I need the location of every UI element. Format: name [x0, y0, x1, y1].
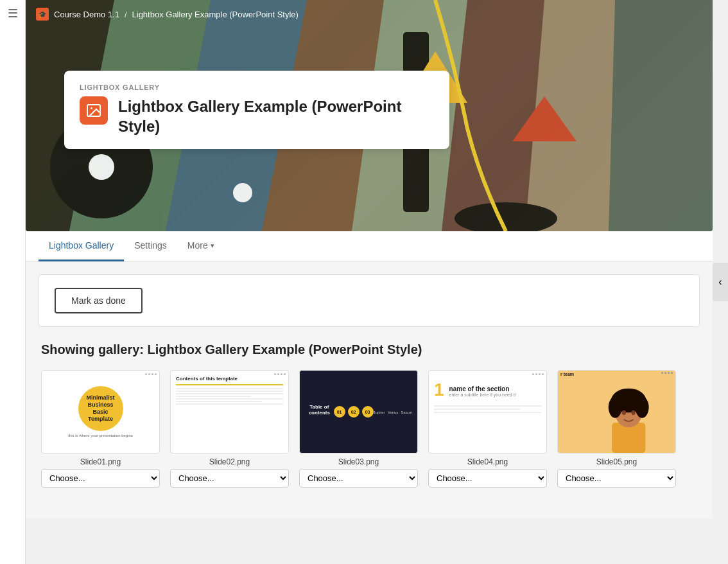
slide03-filename: Slide03.png — [299, 457, 418, 466]
slide04-text-block: name of the section enter a subtitle her… — [449, 385, 516, 397]
breadcrumb: 🎓 Course Demo 1.1 / Lightbox Gallery Exa… — [36, 8, 299, 21]
gallery-title: Showing gallery: Lightbox Gallery Exampl… — [41, 342, 697, 357]
svg-point-23 — [621, 410, 625, 415]
slide05-bg: r team — [558, 371, 675, 453]
svg-marker-8 — [609, 0, 713, 231]
mark-done-button[interactable]: Mark as done — [55, 288, 143, 313]
slide02-line6 — [176, 401, 262, 402]
slide03-title: Table of contents — [305, 404, 334, 416]
slide05-thumbnail[interactable]: r team — [557, 370, 676, 454]
content-area: Mark as done Showing gallery: Lightbox G… — [26, 261, 713, 518]
gallery-item-slide05: r team — [557, 370, 676, 488]
slide01-select[interactable]: Choose... Option 1 Option 2 — [41, 469, 160, 488]
slide01-circle: Minimalist Business Basic Template — [78, 386, 123, 431]
slide02-line2 — [176, 391, 283, 392]
slide01-dots — [145, 373, 157, 375]
slide02-divider — [176, 384, 283, 385]
breadcrumb-page: Lightbox Gallery Example (PowerPoint Sty… — [132, 10, 299, 19]
info-card: LIGHTBOX GALLERY Lightbox Gallery Exampl… — [64, 71, 449, 149]
slide03-thumbnail[interactable]: Table of contents 01 02 03 Jupiter Venus… — [299, 370, 418, 454]
slide03-col-saturn: Saturn — [401, 410, 412, 416]
slide03-col-venus: Venus — [388, 410, 399, 416]
slide01-thumbnail[interactable]: Minimalist Business Basic Template this … — [41, 370, 160, 454]
slide02-line4 — [176, 396, 251, 397]
tab-more-label: More — [187, 240, 208, 251]
slide05-person-svg — [582, 379, 675, 453]
slide04-select[interactable]: Choose... Option 1 Option 2 — [428, 469, 547, 488]
slide04-number: 1 — [434, 381, 444, 399]
gallery-item-slide02: Contents of this template Slide02.png Ch… — [170, 370, 289, 488]
mark-done-container: Mark as done — [39, 274, 700, 327]
slide04-content: 1 name of the section enter a subtitle h… — [434, 381, 516, 401]
chevron-left-icon: ‹ — [718, 276, 722, 288]
tab-more[interactable]: More ▾ — [177, 231, 225, 261]
course-icon: 🎓 — [36, 8, 49, 21]
slide03-badge-03: 03 — [362, 406, 374, 418]
breadcrumb-course[interactable]: Course Demo 1.1 — [54, 10, 119, 19]
gallery-item-slide04: 1 name of the section enter a subtitle h… — [428, 370, 547, 488]
slide04-section-name: name of the section — [449, 385, 516, 392]
gallery-grid: Minimalist Business Basic Template this … — [41, 370, 697, 488]
slide03-badges: 01 02 03 — [334, 406, 374, 418]
slide05-dots — [661, 372, 673, 374]
svg-point-10 — [89, 154, 114, 180]
slide02-select[interactable]: Choose... Option 1 Option 2 — [170, 469, 289, 488]
gallery-item-slide01: Minimalist Business Basic Template this … — [41, 370, 160, 488]
slide05-select[interactable]: Choose... Option 1 Option 2 — [557, 469, 676, 488]
slide03-badge-02: 02 — [348, 406, 360, 418]
slide02-filename: Slide02.png — [170, 457, 289, 466]
gallery-item-slide03: Table of contents 01 02 03 Jupiter Venus… — [299, 370, 418, 488]
slide04-lines — [434, 405, 541, 415]
slide03-badge-01: 01 — [334, 406, 345, 418]
chevron-down-icon: ▾ — [211, 242, 214, 250]
image-icon — [86, 103, 101, 118]
slide02-line3 — [176, 393, 283, 394]
slide03-select[interactable]: Choose... Option 1 Option 2 — [299, 469, 418, 488]
slide04-filename: Slide04.png — [428, 457, 547, 466]
gallery-section: Showing gallery: Lightbox Gallery Exampl… — [39, 342, 700, 488]
slide02-title: Contents of this template — [176, 376, 238, 382]
right-panel-toggle[interactable]: ‹ — [713, 263, 728, 301]
svg-point-17 — [91, 107, 92, 109]
slide01-filename: Slide01.png — [41, 457, 160, 466]
slide04-dots — [532, 373, 544, 375]
svg-point-11 — [233, 183, 252, 202]
tab-settings[interactable]: Settings — [124, 231, 177, 261]
slide04-thumbnail[interactable]: 1 name of the section enter a subtitle h… — [428, 370, 547, 454]
breadcrumb-separator: / — [125, 10, 127, 19]
tab-bar: Lightbox Gallery Settings More ▾ — [26, 231, 713, 261]
slide02-line7 — [176, 403, 283, 405]
tab-lightbox-gallery[interactable]: Lightbox Gallery — [39, 231, 124, 261]
svg-point-24 — [631, 410, 635, 415]
slide03-col-jupiter: Jupiter — [374, 410, 385, 416]
slide02-thumbnail[interactable]: Contents of this template — [170, 370, 289, 454]
slide05-filename: Slide05.png — [557, 457, 676, 466]
menu-icon[interactable]: ☰ — [8, 6, 18, 21]
slide02-line1 — [176, 388, 283, 389]
slide02-dots — [274, 373, 286, 375]
slide04-sub: enter a subtitle here if you need it — [449, 392, 516, 397]
card-title: Lightbox Gallery Example (PowerPoint Sty… — [118, 96, 434, 136]
card-type-label: LIGHTBOX GALLERY — [80, 84, 434, 91]
hero-banner: 🎓 Course Demo 1.1 / Lightbox Gallery Exa… — [26, 0, 713, 231]
slide05-label: r team — [560, 372, 574, 376]
sidebar-toggle[interactable]: ☰ — [0, 0, 26, 564]
card-icon — [80, 96, 108, 125]
slide02-line5 — [176, 398, 283, 400]
svg-point-21 — [608, 396, 621, 418]
slide03-cols: Jupiter Venus Saturn — [374, 410, 412, 416]
slide01-subtitle: this is where your presentation begins — [68, 434, 133, 437]
svg-point-22 — [635, 396, 648, 418]
